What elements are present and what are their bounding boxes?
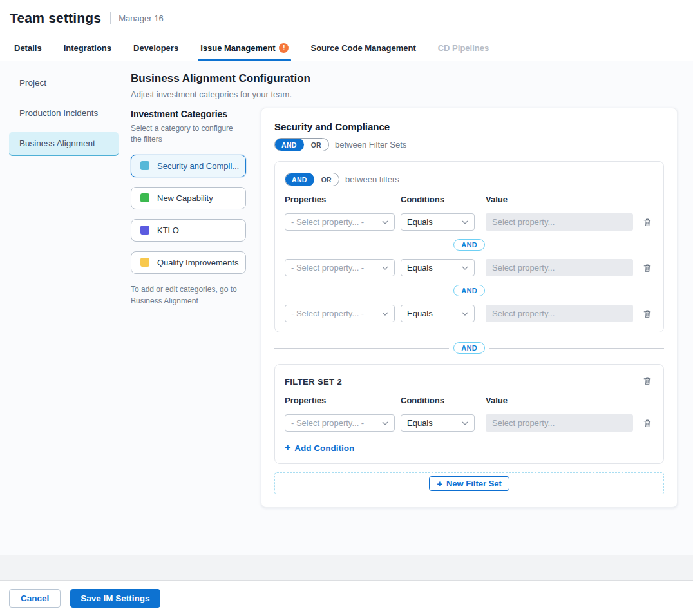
categories-footnote: To add or edit categories, go to Busines… xyxy=(131,284,243,307)
delete-filter-button[interactable] xyxy=(641,262,654,274)
property-select[interactable]: - Select property... - xyxy=(285,213,395,231)
plus-icon: + xyxy=(285,443,290,453)
conditions-header: Conditions xyxy=(401,195,475,204)
chevron-down-icon xyxy=(462,220,468,224)
filter-config-area: Security and Compliance AND OR between F… xyxy=(251,108,693,555)
team-settings-page: Team settings Manager 16 Details Integra… xyxy=(0,0,693,616)
tab-integrations[interactable]: Integrations xyxy=(64,36,111,61)
section-subtitle: Adjust investment categories for your te… xyxy=(131,90,683,99)
settings-sidebar: Project Production Incidents Business Al… xyxy=(0,61,120,555)
filter-set-1: AND OR between filters Properties Condit… xyxy=(274,161,664,332)
title-divider xyxy=(110,12,111,24)
warning-badge-icon: ! xyxy=(279,43,289,53)
or-option[interactable]: OR xyxy=(304,141,328,149)
action-footer: Cancel Save IM Settings xyxy=(0,581,693,616)
filter-row: - Select property... - Equals xyxy=(285,414,654,432)
cancel-button[interactable]: Cancel xyxy=(9,589,61,608)
filter-set-2: FILTER SET 2 Properties Conditions Value xyxy=(274,364,664,464)
chevron-down-icon xyxy=(462,312,468,316)
between-filters-label: between filters xyxy=(345,175,399,184)
chevron-down-icon xyxy=(382,312,388,316)
section-header: Business Alignment Configuration Adjust … xyxy=(120,61,693,108)
and-connector: AND xyxy=(285,285,654,296)
chevron-down-icon xyxy=(382,266,388,270)
condition-select[interactable]: Equals xyxy=(401,414,475,432)
tab-cd-pipelines: CD Pipelines xyxy=(438,36,489,61)
trash-icon xyxy=(642,376,652,386)
between-filter-sets-label: between Filter Sets xyxy=(335,140,406,149)
filter-row: - Select property... - Equals xyxy=(285,259,654,276)
value-header: Value xyxy=(486,195,633,204)
chevron-down-icon xyxy=(462,421,468,425)
chevron-down-icon xyxy=(462,266,468,270)
trash-icon xyxy=(642,217,652,227)
categories-subtitle: Select a category to configure the filte… xyxy=(131,123,243,146)
tab-details[interactable]: Details xyxy=(14,36,42,61)
new-filter-set-dropzone: + New Filter Set xyxy=(274,472,664,494)
plus-icon: + xyxy=(437,479,442,488)
delete-filter-button[interactable] xyxy=(641,417,654,430)
category-color-swatch xyxy=(140,258,149,267)
business-alignment-section: Business Alignment Configuration Adjust … xyxy=(120,61,693,555)
filter-column-headers: Properties Conditions Value xyxy=(285,195,654,204)
filter-set-2-title: FILTER SET 2 xyxy=(285,374,342,387)
category-security-and-compliance[interactable]: Security and Compli... xyxy=(131,155,246,177)
filter-row: - Select property... - Equals xyxy=(285,305,654,322)
property-select[interactable]: - Select property... - xyxy=(285,305,395,322)
bottom-spacer xyxy=(0,555,693,581)
category-color-swatch xyxy=(140,193,149,202)
delete-filter-button[interactable] xyxy=(641,216,654,229)
new-filter-set-button[interactable]: + New Filter Set xyxy=(429,476,509,491)
and-option[interactable]: AND xyxy=(285,173,314,186)
condition-select[interactable]: Equals xyxy=(401,305,475,322)
and-connector: AND xyxy=(285,239,654,251)
category-ktlo[interactable]: KTLO xyxy=(131,219,246,242)
title-bar: Team settings Manager 16 xyxy=(0,0,693,36)
section-title: Business Alignment Configuration xyxy=(131,72,683,85)
conditions-header: Conditions xyxy=(401,396,475,405)
or-option[interactable]: OR xyxy=(314,176,339,184)
add-condition-button[interactable]: + Add Condition xyxy=(285,443,354,453)
property-select[interactable]: - Select property... - xyxy=(285,259,395,276)
delete-filter-button[interactable] xyxy=(641,307,654,320)
value-header: Value xyxy=(486,396,633,405)
trash-icon xyxy=(642,309,652,319)
filters-and-or-toggle[interactable]: AND OR xyxy=(285,173,339,186)
content-area: Project Production Incidents Business Al… xyxy=(0,61,693,555)
sidebar-item-business-alignment[interactable]: Business Alignment xyxy=(9,132,119,156)
categories-title: Investment Categories xyxy=(131,109,243,119)
investment-categories-panel: Investment Categories Select a category … xyxy=(120,108,251,555)
sidebar-item-project[interactable]: Project xyxy=(0,72,120,94)
category-config-card: Security and Compliance AND OR between F… xyxy=(261,108,678,508)
filter-column-headers: Properties Conditions Value xyxy=(285,396,654,405)
page-title: Team settings xyxy=(10,10,101,26)
tab-developers[interactable]: Developers xyxy=(133,36,178,61)
filter-sets-and-connector: AND xyxy=(274,342,664,354)
chevron-down-icon xyxy=(382,220,388,224)
category-config-title: Security and Compliance xyxy=(274,121,664,132)
tab-source-code-management[interactable]: Source Code Management xyxy=(310,36,415,61)
category-new-capability[interactable]: New Capability xyxy=(131,187,246,209)
condition-select[interactable]: Equals xyxy=(401,213,475,231)
sidebar-item-production-incidents[interactable]: Production Incidents xyxy=(0,102,120,124)
value-input[interactable] xyxy=(486,305,633,322)
property-select[interactable]: - Select property... - xyxy=(285,414,395,432)
value-input[interactable] xyxy=(486,259,633,276)
delete-filter-set-button[interactable] xyxy=(641,374,654,387)
filter-row: - Select property... - Equals xyxy=(285,213,654,231)
trash-icon xyxy=(642,418,652,428)
save-im-settings-button[interactable]: Save IM Settings xyxy=(70,589,160,608)
settings-tab-bar: Details Integrations Developers Issue Ma… xyxy=(0,36,693,61)
properties-header: Properties xyxy=(285,396,395,405)
category-quality-improvements[interactable]: Quality Improvements xyxy=(131,251,246,274)
properties-header: Properties xyxy=(285,195,395,204)
filter-sets-and-or-toggle[interactable]: AND OR xyxy=(274,138,329,151)
category-color-swatch xyxy=(140,161,149,170)
trash-icon xyxy=(642,263,652,273)
team-name: Manager 16 xyxy=(119,14,163,23)
and-option[interactable]: AND xyxy=(274,138,304,151)
value-input[interactable] xyxy=(486,414,633,432)
tab-issue-management[interactable]: Issue Management ! xyxy=(200,36,289,61)
value-input[interactable] xyxy=(486,213,633,231)
condition-select[interactable]: Equals xyxy=(401,259,475,276)
